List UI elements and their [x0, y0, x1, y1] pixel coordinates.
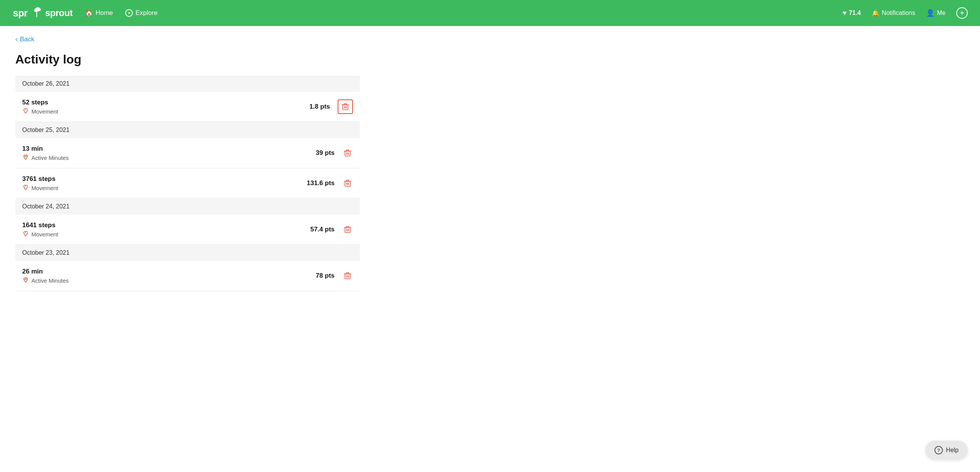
help-button[interactable]: ? Help: [925, 441, 968, 460]
add-button[interactable]: +: [956, 7, 968, 19]
activity-title: 3761 steps: [22, 175, 307, 183]
notifications-button[interactable]: 🔔 Notifications: [872, 10, 915, 17]
delete-button[interactable]: [338, 99, 353, 114]
back-chevron-icon: ‹: [15, 35, 18, 43]
back-button[interactable]: ‹ Back: [0, 26, 50, 52]
category-label: Active Minutes: [31, 155, 69, 161]
activity-points: 131.6 pts: [307, 179, 335, 187]
delete-button[interactable]: [342, 224, 353, 235]
activity-points: 78 pts: [316, 272, 335, 280]
bell-icon: 🔔: [872, 10, 879, 17]
list-item: 26 min Active Minutes 78 pts: [15, 261, 360, 291]
trash-icon: [344, 272, 351, 280]
explore-icon: ✦: [125, 9, 133, 17]
category-label: Movement: [31, 231, 58, 238]
nav-explore[interactable]: ✦ Explore: [125, 9, 158, 17]
date-header: October 23, 2021: [15, 245, 360, 261]
activity-info: 13 min Active Minutes: [22, 145, 316, 161]
activity-points: 39 pts: [316, 149, 335, 157]
list-item: 1641 steps Movement 57.4 pts: [15, 215, 360, 245]
activity-category: Active Minutes: [22, 277, 316, 284]
sprout-leaves-icon: [30, 6, 44, 20]
activity-info: 26 min Active Minutes: [22, 268, 316, 284]
header-left: sprout sprout 🏠 Home ✦ Explore: [12, 5, 158, 21]
activity-title: 1641 steps: [22, 221, 310, 229]
movement-heart-icon: [22, 231, 29, 238]
plus-icon: +: [960, 9, 964, 18]
activity-title: 26 min: [22, 268, 316, 275]
date-header: October 25, 2021: [15, 122, 360, 138]
category-label: Movement: [31, 185, 58, 191]
notifications-label: Notifications: [882, 10, 915, 16]
activity-info: 1641 steps Movement: [22, 221, 310, 238]
me-label: Me: [937, 10, 946, 16]
active-minutes-heart-icon: [22, 154, 29, 161]
activity-points: 1.8 pts: [309, 103, 330, 111]
header-right: ♥ 71.4 🔔 Notifications 👤 Me +: [843, 7, 968, 19]
activity-category: Active Minutes: [22, 154, 316, 161]
user-icon: 👤: [926, 9, 934, 17]
logo-text: sprout: [45, 8, 73, 18]
trash-icon: [344, 225, 351, 234]
help-icon: ?: [934, 446, 943, 454]
page-title: Activity log: [0, 52, 980, 76]
score-value: 71.4: [849, 10, 861, 16]
category-label: Movement: [31, 108, 58, 115]
delete-button[interactable]: [342, 177, 353, 189]
back-label: Back: [20, 36, 34, 43]
activity-title: 52 steps: [22, 99, 309, 106]
trash-icon: [344, 179, 351, 187]
active-minutes-heart-icon: [22, 277, 29, 284]
trash-icon: [344, 149, 351, 157]
home-icon: 🏠: [85, 9, 93, 17]
delete-button[interactable]: [342, 147, 353, 159]
activity-info: 3761 steps Movement: [22, 175, 307, 191]
activity-title: 13 min: [22, 145, 316, 153]
heart-filled-icon: ♥: [843, 9, 847, 17]
nav-home-label: Home: [96, 9, 113, 17]
category-label: Active Minutes: [31, 277, 69, 284]
date-header: October 26, 2021: [15, 76, 360, 92]
activity-info: 52 steps Movement: [22, 99, 309, 115]
activity-category: Movement: [22, 108, 309, 115]
header-score: ♥ 71.4: [843, 9, 861, 17]
activity-log: October 26, 2021 52 steps Movement 1.8 p…: [15, 76, 360, 291]
help-label: Help: [946, 447, 959, 454]
logo[interactable]: sprout sprout: [12, 5, 73, 21]
activity-points: 57.4 pts: [310, 226, 335, 233]
list-item: 13 min Active Minutes 39 pts: [15, 138, 360, 168]
list-item: 52 steps Movement 1.8 pts: [15, 92, 360, 122]
svg-text:sprout: sprout: [13, 8, 28, 18]
activity-category: Movement: [22, 231, 310, 238]
list-item: 3761 steps Movement 131.6 pts: [15, 168, 360, 199]
sprout-logo-icon: sprout: [12, 5, 28, 21]
activity-category: Movement: [22, 184, 307, 191]
movement-heart-icon: [22, 108, 29, 115]
trash-icon: [341, 103, 349, 111]
nav-explore-label: Explore: [136, 9, 158, 17]
main-header: sprout sprout 🏠 Home ✦ Explore: [0, 0, 980, 26]
movement-heart-icon: [22, 184, 29, 191]
nav-home[interactable]: 🏠 Home: [85, 9, 113, 17]
me-button[interactable]: 👤 Me: [926, 9, 946, 17]
date-header: October 24, 2021: [15, 199, 360, 215]
delete-button[interactable]: [342, 270, 353, 282]
main-content: ‹ Back Activity log October 26, 2021 52 …: [0, 26, 980, 472]
